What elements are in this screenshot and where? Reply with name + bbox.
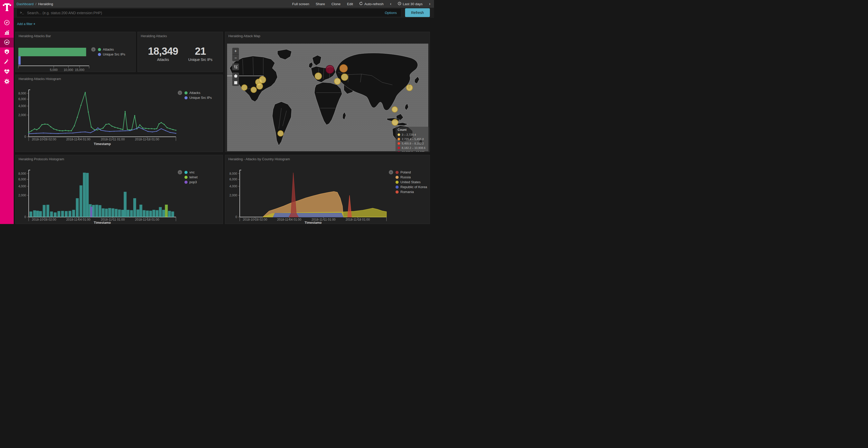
svg-text:6,000: 6,000: [18, 97, 26, 101]
clone-button[interactable]: Clone: [332, 2, 340, 6]
attacks-histogram-chart[interactable]: 02,0004,0006,0008,0002018-10-28 02:00201…: [16, 75, 223, 152]
legend-item[interactable]: United States: [396, 180, 427, 184]
map-count-legend: Count 3 – 2,729.42,729.4 – 5,455.85,455.…: [396, 127, 429, 152]
count-bucket-dot: [398, 142, 400, 145]
legend: › AttacksUnique Src IPs: [178, 90, 212, 100]
attack-origin-marker[interactable]: [242, 84, 247, 90]
attack-origin-marker[interactable]: [326, 65, 334, 74]
compass-icon: [4, 20, 10, 27]
attack-origin-marker[interactable]: [278, 131, 283, 136]
svg-text:4,000: 4,000: [18, 104, 26, 108]
svg-text:2018-11-18 01:00: 2018-11-18 01:00: [346, 218, 370, 221]
full-screen-button[interactable]: Full screen: [292, 2, 309, 6]
svg-text:10,000: 10,000: [64, 68, 73, 72]
attack-origin-marker[interactable]: [334, 78, 340, 84]
auto-refresh-button[interactable]: Auto-refresh: [359, 2, 383, 6]
refresh-cycle-icon: [359, 2, 363, 6]
svg-text:2018-11-04 01:00: 2018-11-04 01:00: [66, 218, 90, 221]
legend-toggle-icon[interactable]: ›: [178, 170, 182, 174]
breadcrumb: Dashboard / Heralding: [17, 2, 53, 6]
attack-origin-marker[interactable]: [406, 84, 412, 91]
legend-label: pop3: [189, 180, 197, 184]
share-button[interactable]: Share: [316, 2, 325, 6]
telekom-logo[interactable]: [3, 2, 11, 12]
legend-toggle-icon[interactable]: ›: [91, 47, 96, 51]
panel-attacks-metric: Heralding Attacks 18,349 Attacks 21 Uniq…: [137, 32, 223, 72]
count-legend-row: 5,455.8 – 8,182.2: [398, 141, 427, 145]
legend-item[interactable]: Poland: [396, 170, 427, 175]
svg-text:Timestamp: Timestamp: [305, 221, 322, 224]
sidebar-item-timelion[interactable]: [0, 47, 14, 57]
legend-item[interactable]: pop3: [184, 180, 197, 184]
legend-item[interactable]: Republic of Korea: [396, 184, 427, 189]
metric-value: 21: [188, 45, 212, 57]
options-link[interactable]: Options: [385, 11, 397, 15]
attack-origin-marker[interactable]: [256, 83, 263, 89]
legend-item[interactable]: Russia: [396, 175, 427, 180]
protocols-histogram-chart[interactable]: 02,0004,0006,0008,0002018-10-28 02:00201…: [16, 155, 223, 224]
sidebar-item-discover[interactable]: [0, 18, 14, 28]
svg-text:2018-11-11 01:00: 2018-11-11 01:00: [101, 138, 125, 141]
sidebar-item-management[interactable]: [0, 77, 14, 87]
attack-origin-marker[interactable]: [315, 73, 322, 79]
svg-text:2018-11-04 01:00: 2018-11-04 01:00: [66, 138, 90, 141]
gauge-icon: [4, 39, 10, 46]
panel-attacks-histogram: Heralding Attacks Histogram 02,0004,0006…: [15, 75, 223, 152]
count-bucket-label: 2,729.4 – 5,455.8: [402, 138, 424, 141]
count-legend-title: Count: [398, 128, 427, 132]
metric-attacks: 18,349 Attacks: [148, 45, 178, 62]
attack-origin-marker[interactable]: [251, 87, 256, 93]
time-forward-button[interactable]: ›: [429, 2, 430, 6]
legend-label: Romania: [400, 190, 414, 194]
legend-item[interactable]: Attacks: [184, 90, 212, 95]
legend-color-dot: [184, 96, 188, 99]
refresh-button[interactable]: Refresh: [405, 8, 430, 17]
count-bucket-label: 5,455.8 – 8,182.2: [402, 142, 424, 145]
map-fit-control: [232, 64, 239, 70]
metric-unique-src-ips: 21 Unique Src IPs: [188, 45, 212, 62]
panel-attacks-bar: Heralding Attacks Bar 5,00010,00015,000 …: [15, 32, 135, 72]
legend-item[interactable]: Romania: [396, 189, 427, 194]
crop-icon[interactable]: [232, 64, 239, 70]
legend: › vnctelnetpop3: [178, 170, 197, 184]
sidebar-item-visualize[interactable]: [0, 28, 14, 38]
terminal-prompt-icon: >_: [20, 11, 24, 15]
legend-item[interactable]: Unique Src IPs: [98, 52, 125, 57]
query-bar: >_ Options: [17, 8, 401, 17]
sidebar-item-dashboard[interactable]: [0, 38, 14, 47]
add-filter-link[interactable]: Add a filter +: [17, 22, 35, 26]
world-map[interactable]: + − Count 3 – 2,729.42,729.4 – 5,455.85,…: [227, 44, 428, 151]
attack-origin-marker[interactable]: [341, 74, 348, 80]
legend-label: vnc: [189, 170, 194, 174]
legend-label: Attacks: [103, 47, 114, 51]
legend-item[interactable]: Attacks: [98, 47, 125, 52]
time-range-picker[interactable]: Last 30 days: [398, 2, 423, 6]
polygon-draw-icon[interactable]: [232, 72, 239, 79]
edit-button[interactable]: Edit: [347, 2, 353, 6]
sidebar-item-dev-tools[interactable]: [0, 57, 14, 67]
rectangle-draw-icon[interactable]: [232, 79, 239, 86]
legend-item[interactable]: vnc: [184, 170, 197, 175]
legend-item[interactable]: Unique Src IPs: [184, 95, 212, 100]
zoom-in-button[interactable]: +: [232, 48, 239, 55]
panel-title: Heralding Attack Map: [228, 34, 260, 38]
panel-title: Heralding Attacks Histogram: [19, 77, 61, 81]
sidebar-item-monitoring[interactable]: [0, 67, 14, 77]
legend-color-dot: [98, 53, 101, 56]
legend-item[interactable]: telnet: [184, 175, 197, 180]
attack-origin-marker[interactable]: [340, 65, 347, 72]
time-back-button[interactable]: ‹: [390, 2, 392, 6]
legend-toggle-icon[interactable]: ›: [178, 91, 182, 95]
zoom-out-button[interactable]: −: [232, 55, 239, 61]
attack-origin-marker[interactable]: [392, 119, 398, 126]
legend-label: Republic of Korea: [400, 185, 427, 189]
legend-toggle-icon[interactable]: ›: [389, 170, 393, 174]
count-bucket-dot: [398, 151, 400, 152]
metric-label: Attacks: [148, 58, 178, 62]
attack-origin-marker[interactable]: [392, 107, 398, 112]
wrench-icon: [4, 59, 10, 66]
breadcrumb-dashboard-link[interactable]: Dashboard: [17, 2, 34, 6]
svg-text:2018-11-04 01:00: 2018-11-04 01:00: [277, 218, 301, 221]
search-input[interactable]: [27, 11, 385, 15]
attack-origin-marker[interactable]: [259, 76, 266, 83]
